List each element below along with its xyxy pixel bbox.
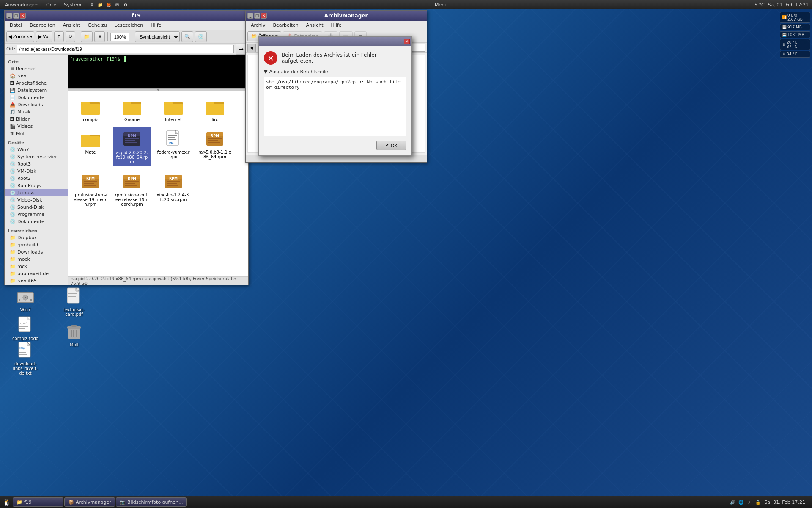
menu-hilfe[interactable]: Hilfe (147, 22, 165, 29)
sidebar-root3-label: Root3 (17, 161, 31, 167)
back-button[interactable]: ◀ Zurück ▾ (6, 31, 34, 42)
launcher-icon-2[interactable]: 📁 (96, 1, 104, 8)
sidebar-item-root3[interactable]: 💿 Root3 (5, 160, 68, 168)
sidebar-item-mock[interactable]: 📁 mock (5, 256, 68, 263)
menu-gehe-zu[interactable]: Gehe zu (84, 22, 110, 29)
file-item-fedora-yumex[interactable]: Pla fedora-yumex.repo (154, 127, 192, 166)
sidebar-item-musik[interactable]: 🎵 Musik (5, 108, 68, 116)
sidebar-item-win7[interactable]: 💿 Win7 (5, 146, 68, 153)
folder-button[interactable]: 📁 (81, 31, 93, 42)
menu-system[interactable]: System (60, 1, 85, 8)
file-item-rpmfusion-free[interactable]: RPM rpmfusion-free-release-19.noarch.rpm (71, 170, 110, 208)
launcher-icon-5[interactable]: ⚙ (122, 1, 129, 8)
menu-lesezeichen[interactable]: Lesezeichen (111, 22, 147, 29)
sidebar-item-rave[interactable]: 🏠 rave (5, 72, 68, 80)
view-selector[interactable]: Symbolansicht (135, 31, 180, 42)
location-input[interactable] (17, 45, 234, 53)
dialog-ok-button[interactable]: ✔ OK (376, 141, 406, 150)
sidebar-item-bilder[interactable]: 🖼 Bilder (5, 116, 68, 123)
bottom-bar-right: 🔊 🌐 ⚡ 🔒 Sa, 01. Feb 17:21 (726, 499, 810, 505)
file-item-compiz[interactable]: compiz (71, 94, 110, 124)
dialog-close-button[interactable]: ✕ (404, 39, 410, 44)
sidebar-item-pubraveit[interactable]: 📁 pub-raveit.de (5, 270, 68, 277)
menu-orte[interactable]: Orte (43, 1, 60, 8)
sidebar-item-jackass[interactable]: 💿 Jackass (5, 189, 68, 196)
desktop-icon-download-links[interactable]: http download-links-raveit-de.txt (8, 339, 42, 377)
burn-button[interactable]: 💿 (195, 31, 207, 42)
sidebar-item-downloads[interactable]: 📥 Downloads (5, 101, 68, 108)
taskbar-task-screenshot[interactable]: 📷 Bildschirmfoto aufneh... (116, 497, 187, 507)
menu-ansicht[interactable]: Ansicht (60, 22, 84, 29)
minimize-button[interactable]: _ (6, 13, 12, 19)
archive-minimize-button[interactable]: _ (247, 13, 253, 19)
search-button[interactable]: 🔍 (181, 31, 193, 42)
sidebar-item-dropbox[interactable]: 📁 Dropbox (5, 234, 68, 241)
back-dropdown-icon[interactable]: ▾ (30, 34, 33, 39)
sidebar-item-vmdisk[interactable]: 💿 VM-Disk (5, 168, 68, 175)
taskbar-task-archivmanager[interactable]: 📦 Archivmanager (64, 497, 115, 507)
up-button[interactable]: ↑ (54, 31, 64, 42)
sidebar-item-rock[interactable]: 📁 rock (5, 263, 68, 270)
file-item-mate[interactable]: Mate (71, 127, 110, 166)
archive-maximize-button[interactable]: □ (254, 13, 260, 19)
zoom-input[interactable] (110, 33, 129, 41)
sidebar-rave-label: rave (17, 73, 28, 79)
open-terminal-button[interactable]: 🖥 (94, 31, 105, 42)
tray-icon-2[interactable]: 🌐 (738, 499, 744, 505)
temp2-icon: 🌡 (782, 52, 786, 56)
sidebar-item-dok2[interactable]: 💿 Dokumente (5, 218, 68, 225)
launcher-icon-1[interactable]: 🖥 (88, 1, 96, 8)
sidebar-item-raveit65[interactable]: 📁 raveit65 (5, 277, 68, 284)
drive-icon-vmdisk: 💿 (10, 168, 16, 174)
sidebar-item-sounddisk[interactable]: 💿 Sound-Disk (5, 204, 68, 211)
sidebar-item-root2[interactable]: 💿 Root2 (5, 175, 68, 182)
sidebar-item-videodisk[interactable]: 💿 Video-Disk (5, 196, 68, 204)
sidebar-item-rpmbuild[interactable]: 📁 rpmbuild (5, 241, 68, 248)
file-item-rar[interactable]: RPM rar-5.0.b8-1.1.x86_64.rpm (196, 127, 234, 166)
launcher-icon-4[interactable]: ✉ (113, 1, 121, 8)
archive-menu-bearbeiten[interactable]: Bearbeiten (269, 22, 302, 29)
file-item-lirc[interactable]: lirc (196, 94, 234, 124)
dialog-expander[interactable]: ▼ Ausgabe der Befehlszeile (264, 69, 406, 75)
sidebar-item-win7qemu[interactable]: 📁 Win7-qemu (5, 284, 68, 285)
sidebar-item-dateisystem[interactable]: 💾 Dateisystem (5, 87, 68, 94)
sidebar-item-rechner[interactable]: 🖥 Rechner (5, 65, 68, 72)
terminal-area[interactable]: [rave@mother f19]$ ▌ (68, 55, 248, 88)
archive-menu-ansicht[interactable]: Ansicht (303, 22, 327, 29)
desktop-icon-win7[interactable]: Win7 (8, 284, 42, 314)
menu-anwendungen[interactable]: Anwendungen (2, 1, 42, 8)
forward-button[interactable]: ▶ Vor (36, 31, 52, 42)
sidebar-item-bm-downloads[interactable]: 📁 Downloads (5, 248, 68, 256)
archive-close-button[interactable]: ✕ (261, 13, 267, 19)
file-item-gnome[interactable]: Gnome (113, 94, 151, 124)
desktop-icon-compiz-todo[interactable]: conf compiz-todo (8, 313, 42, 342)
file-item-rpmfusion-nonfree[interactable]: RPM rpmfusion-nonfree-release-19.noarch.… (113, 170, 151, 208)
start-icon[interactable]: 🐧 (2, 497, 12, 507)
file-item-xine[interactable]: RPM xine-lib-1.2.4-3.fc20.src.rpm (154, 170, 192, 208)
sidebar-item-runprogs[interactable]: 💿 Run-Progs (5, 182, 68, 189)
launcher-icon-3[interactable]: 🦊 (105, 1, 112, 8)
desktop-icon-technisat-card[interactable]: technisat-card.pdf (57, 284, 91, 318)
sidebar-item-videos[interactable]: 🎬 Videos (5, 123, 68, 130)
desktop-icon-mull[interactable]: Müll (57, 320, 91, 349)
tray-icon-3[interactable]: ⚡ (746, 499, 753, 505)
sidebar-item-programme[interactable]: 💿 Programme (5, 211, 68, 218)
sidebar-item-system-reserviert[interactable]: 💿 System-reserviert (5, 153, 68, 160)
sidebar-item-mull[interactable]: 🗑 Müll (5, 130, 68, 137)
file-item-acpid[interactable]: RPM acpid-2.0.20-2.fc19.x86_64.rpm (113, 127, 151, 166)
reload-button[interactable]: ↺ (66, 31, 75, 42)
archive-menu-hilfe[interactable]: Hilfe (327, 22, 345, 29)
archive-menu-archiv[interactable]: Archiv (247, 22, 269, 29)
file-item-internet[interactable]: Internet (154, 94, 192, 124)
sidebar-item-arbeitsflaeche[interactable]: 🖼 Arbeitsfläche (5, 80, 68, 87)
close-button[interactable]: ✕ (20, 13, 26, 19)
archive-back-button[interactable]: ◀ (247, 44, 256, 52)
menu-datei[interactable]: Datei (6, 22, 25, 29)
tray-icon-1[interactable]: 🔊 (729, 499, 736, 505)
taskbar-task-f19[interactable]: 📁 f19 (13, 497, 63, 507)
sidebar-item-dokumente[interactable]: 📄 Dokumente (5, 94, 68, 101)
maximize-button[interactable]: □ (13, 13, 19, 19)
tray-icon-4[interactable]: 🔒 (754, 499, 761, 505)
menu-bearbeiten[interactable]: Bearbeiten (26, 22, 58, 29)
top-menubar: Anwendungen Orte System 🖥 📁 🦊 ✉ ⚙ Menu 5… (0, 0, 812, 9)
